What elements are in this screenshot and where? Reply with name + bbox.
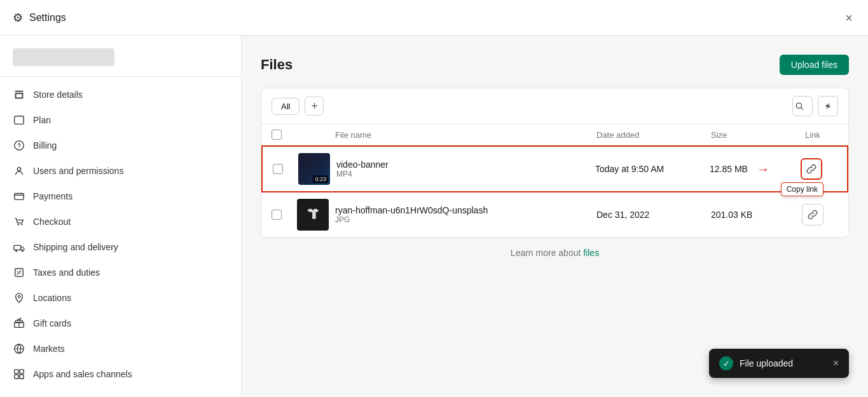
sidebar-item-gift-cards[interactable]: Gift cards xyxy=(0,311,241,336)
payments-icon xyxy=(13,190,25,203)
sidebar-item-store-details[interactable]: Store details xyxy=(0,82,241,107)
row2-file-info: ryan-hoffman-u6n1HrW0sdQ-unsplash JPG xyxy=(335,205,596,224)
tab-all[interactable]: All xyxy=(272,98,300,115)
sidebar-item-payments[interactable]: Payments xyxy=(0,184,241,209)
sidebar-item-taxes[interactable]: Taxes and duties xyxy=(0,260,241,285)
svg-rect-14 xyxy=(15,370,18,373)
apps-icon xyxy=(13,368,25,380)
svg-point-7 xyxy=(15,250,17,252)
svg-point-10 xyxy=(18,295,20,298)
sidebar-item-checkout[interactable]: Checkout xyxy=(0,209,241,234)
row2-filename: ryan-hoffman-u6n1HrW0sdQ-unsplash xyxy=(335,205,596,215)
toolbar-left: All + xyxy=(272,97,324,116)
video-thumbnail: 0:23 xyxy=(298,153,330,185)
video-duration: 0:23 xyxy=(313,175,328,183)
row2-filetype: JPG xyxy=(335,215,596,224)
svg-point-1 xyxy=(15,141,24,150)
row2-date: Dec 31, 2022 xyxy=(596,210,711,220)
row1-checkbox[interactable] xyxy=(273,164,298,174)
copy-link-button-row2[interactable] xyxy=(802,204,823,225)
select-all-checkbox[interactable] xyxy=(272,130,297,140)
files-toolbar: All + xyxy=(261,88,848,124)
row2-size: 201.03 KB xyxy=(711,210,787,220)
sidebar-item-markets-label: Markets xyxy=(33,344,65,354)
svg-point-4 xyxy=(18,224,19,225)
sidebar-item-apps-label: Apps and sales channels xyxy=(33,369,132,379)
app-container: ⚙ Settings × Store details xyxy=(0,0,868,397)
upload-files-button[interactable]: Upload files xyxy=(780,55,849,75)
user-icon xyxy=(13,165,25,177)
col-date: Date added xyxy=(596,130,711,140)
plan-icon xyxy=(13,114,25,126)
row2-thumbnail xyxy=(297,199,335,231)
copy-link-button-row1[interactable]: Copy link xyxy=(801,158,822,180)
svg-point-8 xyxy=(22,250,24,252)
sidebar-nav: Store details Plan Billing xyxy=(0,77,241,392)
sidebar-item-locations-label: Locations xyxy=(33,293,71,303)
sidebar-item-payments-label: Payments xyxy=(33,191,72,201)
svg-rect-16 xyxy=(15,375,18,379)
markets-icon xyxy=(13,342,25,355)
svg-rect-17 xyxy=(20,375,24,379)
sidebar-item-plan[interactable]: Plan xyxy=(0,107,241,133)
shipping-icon xyxy=(13,241,25,253)
row2-checkbox[interactable] xyxy=(272,210,297,220)
col-link: Link xyxy=(787,130,838,140)
row2-link-cell xyxy=(787,204,838,225)
main-layout: Store details Plan Billing xyxy=(0,36,868,397)
toast-success-icon: ✓ xyxy=(719,356,733,370)
search-filter-button[interactable] xyxy=(792,96,813,116)
sidebar: Store details Plan Billing xyxy=(0,36,242,397)
svg-rect-3 xyxy=(15,194,24,200)
header-title: Settings xyxy=(29,12,66,24)
row1-size: 12.85 MB xyxy=(710,164,786,174)
row1-thumbnail: 0:23 xyxy=(298,153,336,185)
taxes-icon xyxy=(13,266,25,279)
toast-notification: ✓ File uploaded × xyxy=(709,349,849,378)
learn-more-section: Learn more about files xyxy=(261,238,849,268)
col-filename: File name xyxy=(335,130,596,140)
toast-message: File uploaded xyxy=(740,358,793,368)
copy-link-tooltip: Copy link xyxy=(781,182,823,196)
sidebar-item-shipping[interactable]: Shipping and delivery xyxy=(0,234,241,260)
sidebar-item-users-permissions[interactable]: Users and permissions xyxy=(0,158,241,184)
checkout-icon xyxy=(13,215,25,228)
svg-rect-15 xyxy=(20,370,24,373)
sidebar-item-billing[interactable]: Billing xyxy=(0,133,241,158)
row1-filetype: MP4 xyxy=(336,170,595,178)
sidebar-item-apps-sales-channels[interactable]: Apps and sales channels xyxy=(0,361,241,387)
close-button[interactable]: × xyxy=(843,9,855,27)
row1-date: Today at 9:50 AM xyxy=(595,164,710,174)
arrow-indicator: → xyxy=(757,162,769,177)
sidebar-item-locations[interactable]: Locations xyxy=(0,285,241,311)
tshirt-thumbnail xyxy=(297,199,329,231)
sidebar-item-checkout-label: Checkout xyxy=(33,217,71,227)
table-row: ryan-hoffman-u6n1HrW0sdQ-unsplash JPG De… xyxy=(261,192,848,237)
sidebar-item-gift-cards-label: Gift cards xyxy=(33,318,71,328)
svg-rect-0 xyxy=(15,116,24,124)
store-logo xyxy=(13,48,114,66)
settings-gear-icon: ⚙ xyxy=(13,11,23,25)
sidebar-item-markets[interactable]: Markets xyxy=(0,336,241,361)
gift-icon xyxy=(13,317,25,330)
location-icon xyxy=(13,292,25,304)
toast-close-button[interactable]: × xyxy=(833,358,839,369)
store-icon xyxy=(13,88,25,101)
sidebar-item-users-label: Users and permissions xyxy=(33,166,123,176)
content-area: Files Upload files All + xyxy=(242,36,868,397)
svg-point-18 xyxy=(796,103,801,108)
svg-point-2 xyxy=(17,168,20,171)
add-filter-button[interactable]: + xyxy=(305,97,324,116)
sidebar-item-taxes-label: Taxes and duties xyxy=(33,267,100,278)
files-link[interactable]: files xyxy=(583,248,599,258)
content-header: Files Upload files xyxy=(261,55,849,75)
sort-button[interactable] xyxy=(818,96,838,116)
table-header-row: File name Date added Size Link xyxy=(261,124,848,145)
header-left: ⚙ Settings xyxy=(13,11,66,25)
sidebar-item-billing-label: Billing xyxy=(33,140,57,151)
files-table: File name Date added Size Link xyxy=(261,124,848,237)
svg-point-5 xyxy=(21,224,22,225)
toolbar-right xyxy=(792,96,838,116)
table-row: 0:23 video-banner MP4 Today at 9:50 AM 1… xyxy=(261,145,848,192)
sidebar-item-store-details-label: Store details xyxy=(33,90,83,100)
